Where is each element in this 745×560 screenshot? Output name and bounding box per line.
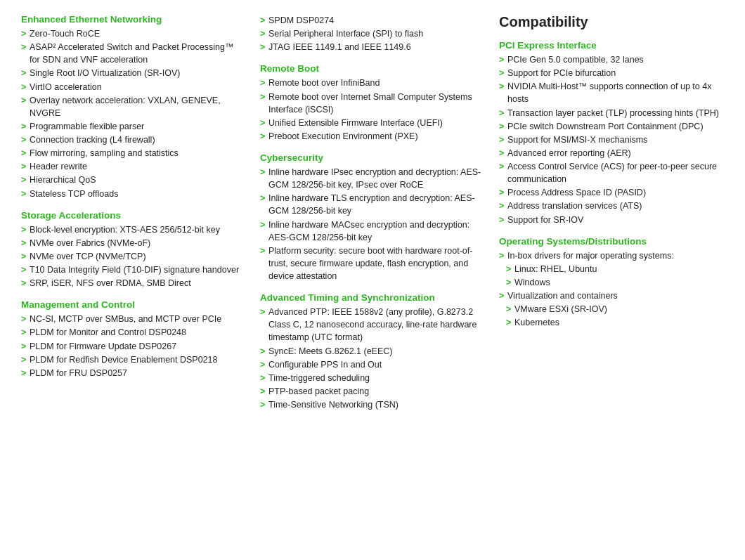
bullet-list: PCIe Gen 5.0 compatible, 32 lanesSupport… (499, 53, 724, 226)
list-item: VMware ESXi (SR-IOV) (499, 303, 724, 315)
list-item: Remote boot over InfiniBand (260, 77, 485, 89)
list-item: Programmable flexible parser (21, 120, 246, 133)
list-item: Single Root I/O Virtualization (SR-IOV) (21, 67, 246, 79)
list-item: Kubernetes (499, 316, 724, 329)
bullet-list: Block-level encryption: XTS-AES 256/512-… (21, 223, 246, 290)
bullet-list: SPDM DSP0274Serial Peripheral Interface … (260, 14, 485, 53)
list-item: Virtualization and containers (499, 289, 724, 302)
list-item: Hierarchical QoS (21, 174, 246, 186)
list-item: Serial Peripheral Interface (SPI) to fla… (260, 27, 485, 40)
list-item: Flow mirroring, sampling and statistics (21, 147, 246, 159)
section-title: Storage Accelerations (21, 210, 246, 221)
section-title: Management and Control (21, 299, 246, 310)
list-item: Time-triggered scheduling (260, 372, 485, 384)
list-item: PLDM for Redfish Device Enablement DSP02… (21, 353, 246, 366)
list-item: Platform security: secure boot with hard… (260, 245, 485, 282)
list-item: JTAG IEEE 1149.1 and IEEE 1149.6 (260, 41, 485, 53)
list-item: NVMe over TCP (NVMe/TCP) (21, 250, 246, 263)
bullet-list: Remote boot over InfiniBandRemote boot o… (260, 77, 485, 143)
list-item: Inline hardware MACsec encryption and de… (260, 219, 485, 244)
list-item: Linux: RHEL, Ubuntu (499, 263, 724, 275)
section-title: Remote Boot (260, 63, 485, 74)
list-item: Header rewrite (21, 160, 246, 173)
list-item: SPDM DSP0274 (260, 14, 485, 27)
list-item: Advanced error reporting (AER) (499, 147, 724, 159)
list-item: Access Control Service (ACS) for peer-to… (499, 160, 724, 185)
list-item: PLDM for FRU DSP0257 (21, 367, 246, 379)
column-3: CompatibilityPCI Express InterfacePCIe G… (499, 14, 724, 330)
list-item: Address translation services (ATS) (499, 200, 724, 212)
list-item: PLDM for Firmware Update DSP0267 (21, 340, 246, 353)
list-item: Unified Extensible Firmware Interface (U… (260, 117, 485, 129)
bullet-list: Advanced PTP: IEEE 1588v2 (any profile),… (260, 306, 485, 411)
list-item: Stateless TCP offloads (21, 188, 246, 200)
list-item: Zero-Touch RoCE (21, 27, 246, 40)
list-item: Inline hardware IPsec encryption and dec… (260, 166, 485, 191)
bullet-list: In-box drivers for major operating syste… (499, 249, 724, 330)
list-item: Inline hardware TLS encryption and decry… (260, 192, 485, 217)
list-item: Overlay network acceleration: VXLAN, GEN… (21, 94, 246, 119)
list-item: PLDM for Monitor and Control DSP0248 (21, 326, 246, 339)
list-item: PCIe switch Downstream Port Containment … (499, 120, 724, 133)
list-item: Block-level encryption: XTS-AES 256/512-… (21, 223, 246, 236)
list-item: Advanced PTP: IEEE 1588v2 (any profile),… (260, 306, 485, 344)
list-item: Remote boot over Internet Small Computer… (260, 91, 485, 116)
list-item: NC-SI, MCTP over SMBus, and MCTP over PC… (21, 313, 246, 325)
compat-section-title: PCI Express Interface (499, 40, 724, 51)
section-title: Cybersecurity (260, 152, 485, 163)
main-layout: Enhanced Ethernet NetworkingZero-Touch R… (21, 14, 724, 412)
list-item: Transaction layer packet (TLP) processin… (499, 107, 724, 119)
list-item: VirtIO acceleration (21, 81, 246, 93)
list-item: ASAP² Accelerated Switch and Packet Proc… (21, 41, 246, 66)
bullet-list: Inline hardware IPsec encryption and dec… (260, 166, 485, 282)
list-item: PCIe Gen 5.0 compatible, 32 lanes (499, 53, 724, 66)
list-item: Process Address Space ID (PASID) (499, 186, 724, 199)
section-title: Enhanced Ethernet Networking (21, 14, 246, 25)
bullet-list: Zero-Touch RoCEASAP² Accelerated Switch … (21, 27, 246, 200)
list-item: Support for PCIe bifurcation (499, 67, 724, 79)
list-item: Windows (499, 276, 724, 289)
list-item: SyncE: Meets G.8262.1 (eEEC) (260, 345, 485, 358)
list-item: Connection tracking (L4 firewall) (21, 134, 246, 146)
column-1: Enhanced Ethernet NetworkingZero-Touch R… (21, 14, 260, 380)
list-item: Preboot Execution Environment (PXE) (260, 130, 485, 143)
list-item: NVMe over Fabrics (NVMe-oF) (21, 237, 246, 249)
list-item: Support for SR-IOV (499, 214, 724, 226)
bullet-list: NC-SI, MCTP over SMBus, and MCTP over PC… (21, 313, 246, 379)
list-item: SRP, iSER, NFS over RDMA, SMB Direct (21, 277, 246, 289)
list-item: Support for MSI/MSI-X mechanisms (499, 134, 724, 146)
list-item: PTP-based packet pacing (260, 385, 485, 398)
compat-section-title: Operating Systems/Distributions (499, 236, 724, 247)
list-item: Configurable PPS In and Out (260, 358, 485, 371)
section-title: Advanced Timing and Synchronization (260, 292, 485, 303)
list-item: In-box drivers for major operating syste… (499, 249, 724, 262)
list-item: NVIDIA Multi-Host™ supports connection o… (499, 80, 724, 105)
list-item: Time-Sensitive Networking (TSN) (260, 398, 485, 411)
column-2: SPDM DSP0274Serial Peripheral Interface … (260, 14, 499, 412)
list-item: T10 Data Integrity Field (T10-DIF) signa… (21, 263, 246, 276)
compatibility-main-title: Compatibility (499, 14, 724, 30)
